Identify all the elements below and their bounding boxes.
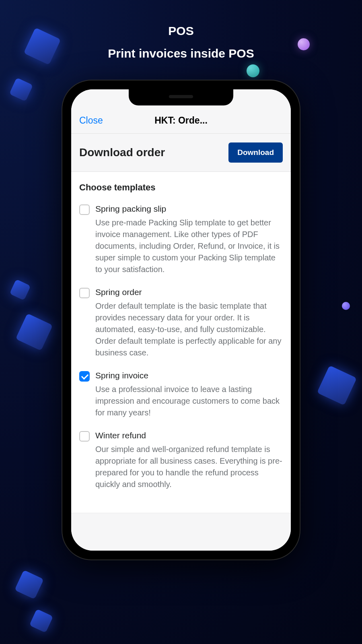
download-heading: Download order (79, 146, 165, 159)
bottom-spacer (71, 513, 291, 551)
page-title: POS (0, 24, 362, 38)
decorative-cube (9, 78, 33, 102)
template-name: Spring packing slip (95, 204, 283, 214)
decorative-cube (9, 279, 31, 300)
download-header: Download order Download (71, 134, 291, 172)
template-row: Winter refund Our simple and well-organi… (79, 431, 283, 490)
template-checkbox[interactable] (79, 371, 90, 382)
template-description: Use pre-made Packing Slip template to ge… (95, 217, 283, 275)
template-name: Winter refund (95, 431, 283, 440)
decorative-cube (29, 609, 53, 633)
template-description: Our simple and well-organized refund tem… (95, 444, 283, 490)
nav-title: HKT: Orde... (79, 115, 283, 126)
template-name: Spring invoice (95, 371, 283, 380)
template-row: Spring packing slip Use pre-made Packing… (79, 204, 283, 275)
template-description: Use a professional invoice to leave a la… (95, 384, 283, 419)
decorative-cube (14, 570, 44, 599)
template-selection-panel: Choose templates Spring packing slip Use… (71, 172, 291, 513)
phone-mockup: Close HKT: Orde... Download order Downlo… (62, 80, 300, 559)
section-title: Choose templates (79, 182, 283, 193)
template-checkbox[interactable] (79, 431, 90, 442)
decorative-cube (15, 313, 53, 351)
download-button[interactable]: Download (228, 142, 283, 163)
decorative-sphere (247, 64, 259, 77)
close-button[interactable]: Close (79, 115, 103, 126)
template-name: Spring order (95, 287, 283, 297)
template-checkbox[interactable] (79, 204, 90, 215)
template-row: Spring order Order default template is t… (79, 287, 283, 359)
decorative-sphere (298, 38, 310, 50)
phone-notch (129, 89, 233, 105)
decorative-cube (317, 365, 357, 406)
template-row: Spring invoice Use a professional invoic… (79, 371, 283, 419)
template-description: Order default template is the basic temp… (95, 300, 283, 359)
template-checkbox[interactable] (79, 288, 90, 298)
decorative-sphere (342, 302, 350, 310)
